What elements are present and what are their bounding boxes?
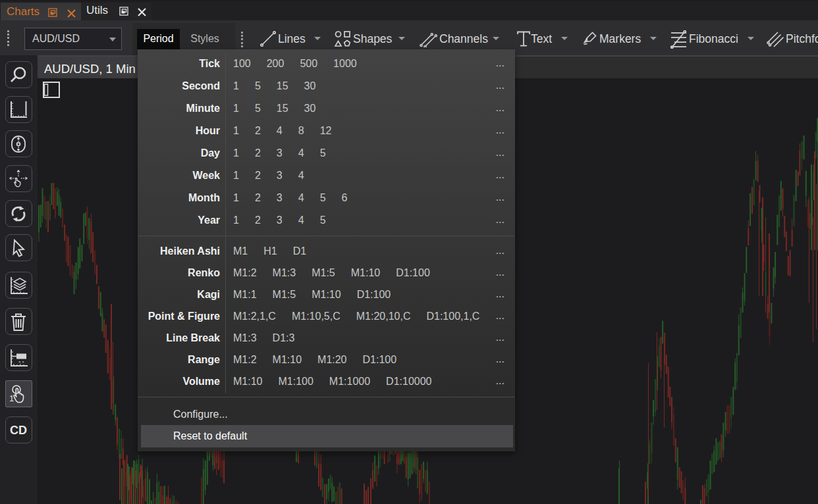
svg-text:1: 1 [9,393,14,403]
svg-text:× ×: × × [18,360,24,364]
